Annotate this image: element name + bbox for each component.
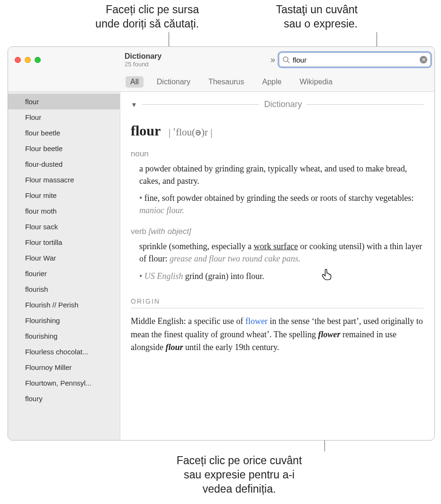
verb-qualifier: [with object] <box>149 227 191 236</box>
definition-content: ▼ Dictionary flour | ˈflou(ə)r | noun a … <box>120 92 434 440</box>
sidebar-result-item[interactable]: Flourish // Perish <box>8 297 120 313</box>
close-window-button[interactable] <box>15 57 21 63</box>
cross-reference-link[interactable]: work surface <box>253 242 297 251</box>
disclosure-triangle-icon: ▼ <box>131 101 137 108</box>
example-text: manioc flour. <box>139 206 184 215</box>
callout-search: Tastaţi un cuvânt sau o expresie. <box>225 3 358 31</box>
sidebar-result-item[interactable]: Flournoy Miller <box>8 360 120 375</box>
sidebar-result-item[interactable]: Flour <box>8 109 120 125</box>
headword: flour <box>131 123 161 138</box>
sidebar-result-item[interactable]: Flourless chocolat... <box>8 344 120 360</box>
zoom-window-button[interactable] <box>35 57 41 63</box>
sidebar-result-item[interactable]: Flour War <box>8 250 120 266</box>
sidebar-result-item[interactable]: Flour massacre <box>8 172 120 188</box>
origin-bold: flour <box>166 342 183 352</box>
origin-fragment: until the early 19th century. <box>183 342 279 352</box>
search-input[interactable] <box>290 56 420 64</box>
sidebar-result-item[interactable]: floury <box>8 391 120 406</box>
window-title-block: Dictionary 25 found <box>125 52 162 68</box>
dictionary-window: Dictionary 25 found » ✕ AllDictionaryThe… <box>8 46 435 441</box>
toolbar-overflow-icon[interactable]: » <box>270 55 275 65</box>
result-count: 25 found <box>125 61 162 68</box>
origin-text[interactable]: Middle English: a specific use of flower… <box>131 315 424 355</box>
sidebar-result-item[interactable]: flour beetle <box>8 125 120 141</box>
source-tab-dictionary[interactable]: Dictionary <box>152 76 195 88</box>
region-label: US English <box>144 271 183 281</box>
sidebar-result-item[interactable]: flourier <box>8 266 120 281</box>
callout-define: Faceți clic pe orice cuvânt sau expresie… <box>156 454 322 496</box>
source-tab-all[interactable]: All <box>126 76 144 88</box>
section-header[interactable]: ▼ Dictionary <box>131 99 424 109</box>
sidebar-result-item[interactable]: Flourishing <box>8 313 120 328</box>
source-tab-apple[interactable]: Apple <box>258 76 287 88</box>
sidebar-result-item[interactable]: Flour mite <box>8 188 120 203</box>
sidebar-result-item[interactable]: flour-dusted <box>8 156 120 172</box>
definition-text: fine, soft powder obtained by grinding t… <box>144 193 411 203</box>
noun-definition[interactable]: a powder obtained by grinding grain, typ… <box>139 162 424 187</box>
pos-label: verb <box>131 227 146 236</box>
sidebar-result-item[interactable]: Flour beetle <box>8 141 120 156</box>
origin-link[interactable]: flower <box>245 316 268 326</box>
search-icon <box>282 56 290 63</box>
svg-point-0 <box>283 57 288 62</box>
window-title: Dictionary <box>125 52 162 61</box>
sidebar-result-item[interactable]: flour moth <box>8 203 120 219</box>
toolbar: Dictionary 25 found » ✕ AllDictionaryThe… <box>8 47 434 92</box>
clear-search-button[interactable]: ✕ <box>420 56 427 63</box>
sidebar-result-item[interactable]: Flour tortilla <box>8 234 120 250</box>
source-tab-thesaurus[interactable]: Thesaurus <box>204 76 249 88</box>
definition-text: sprinkle (something, especially a <box>139 242 253 251</box>
sidebar-result-item[interactable]: Flour sack <box>8 219 120 234</box>
pos-verb: verb [with object] <box>131 227 424 236</box>
sidebar-result-item[interactable]: flourish <box>8 281 120 297</box>
definition-text: a powder obtained by grinding grain, typ… <box>139 164 407 186</box>
section-label: Dictionary <box>264 99 302 109</box>
verb-definition[interactable]: sprinkle (something, especially a work s… <box>139 240 424 265</box>
results-sidebar: flourFlourflour beetleFlour beetleflour-… <box>8 92 120 440</box>
origin-heading: ORIGIN <box>131 297 424 308</box>
example-text: grease and flour two round cake pans. <box>170 254 300 263</box>
callout-source: Faceți clic pe sursa unde doriți să căut… <box>38 3 199 31</box>
source-tabs: AllDictionaryThesaurusAppleWikipedia <box>8 72 434 91</box>
traffic-lights <box>15 57 124 63</box>
rule <box>306 104 424 105</box>
origin-bold: flower <box>318 330 341 339</box>
origin-fragment: Middle English: a specific use of <box>131 316 245 326</box>
pointer-cursor-icon <box>320 268 333 281</box>
sidebar-result-item[interactable]: flour <box>8 94 120 109</box>
svg-line-1 <box>288 61 289 63</box>
definition-text: grind (grain) into flour <box>185 271 262 281</box>
toolbar-top-row: Dictionary 25 found » ✕ <box>8 47 434 72</box>
search-field-container: ✕ <box>279 53 431 67</box>
sidebar-result-item[interactable]: flourishing <box>8 328 120 344</box>
verb-subdefinition[interactable]: US English grind (grain) into flour. <box>139 270 424 282</box>
minimize-window-button[interactable] <box>25 57 31 63</box>
noun-subdefinition[interactable]: fine, soft powder obtained by grinding t… <box>139 192 424 216</box>
pos-noun: noun <box>131 149 424 159</box>
rule <box>142 104 260 105</box>
sidebar-result-item[interactable]: Flourtown, Pennsyl... <box>8 375 120 391</box>
headword-line: flour | ˈflou(ə)r | <box>131 123 424 139</box>
pronunciation: | ˈflou(ə)r | <box>169 126 213 138</box>
source-tab-wikipedia[interactable]: Wikipedia <box>295 76 337 88</box>
